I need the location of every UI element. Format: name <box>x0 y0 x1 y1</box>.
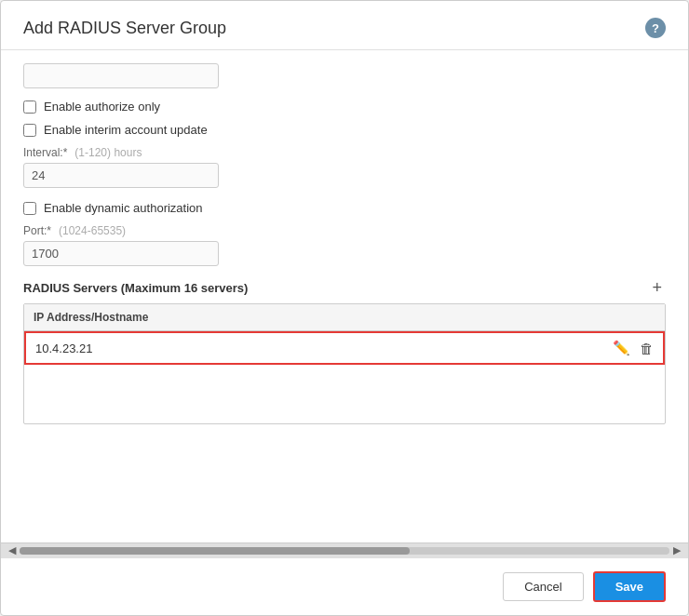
port-label-row: Port:* (1024-65535) <box>23 224 666 237</box>
add-radius-server-group-dialog: Add RADIUS Server Group ? Enable authori… <box>0 0 689 616</box>
port-input[interactable] <box>23 241 219 266</box>
cancel-button[interactable]: Cancel <box>503 572 583 601</box>
interim-update-checkbox[interactable] <box>23 124 36 137</box>
port-label: Port:* <box>23 224 51 237</box>
interval-field-group: Interval:* (1-120) hours <box>23 146 666 188</box>
help-icon[interactable]: ? <box>645 18 666 38</box>
top-input-group <box>23 63 666 88</box>
interval-label: Interval:* <box>23 146 67 159</box>
row-actions: ✏️ 🗑 <box>613 340 654 356</box>
dialog-body: Enable authorize only Enable interim acc… <box>1 50 688 542</box>
scroll-left-arrow[interactable]: ◀ <box>5 544 20 556</box>
interval-label-row: Interval:* (1-120) hours <box>23 146 666 159</box>
dynamic-auth-label: Enable dynamic authorization <box>44 201 203 215</box>
server-group-name-input[interactable] <box>23 63 219 88</box>
server-ip: 10.4.23.21 <box>35 341 613 355</box>
servers-section-header: RADIUS Servers (Maximum 16 servers) + <box>23 279 666 296</box>
authorize-only-checkbox[interactable] <box>23 100 36 114</box>
authorize-only-row: Enable authorize only <box>23 100 666 114</box>
add-server-button[interactable]: + <box>648 279 666 296</box>
edit-icon[interactable]: ✏️ <box>613 340 630 356</box>
dialog-header: Add RADIUS Server Group ? <box>1 1 688 50</box>
port-hint: (1024-65535) <box>59 224 126 237</box>
scroll-thumb <box>20 547 410 555</box>
servers-section-title: RADIUS Servers (Maximum 16 servers) <box>23 281 248 295</box>
horizontal-scrollbar[interactable]: ◀ ▶ <box>1 542 688 557</box>
delete-icon[interactable]: 🗑 <box>640 341 654 356</box>
dynamic-auth-row: Enable dynamic authorization <box>23 201 666 215</box>
interim-update-row: Enable interim account update <box>23 123 666 137</box>
interim-update-label: Enable interim account update <box>44 123 208 137</box>
dialog-title: Add RADIUS Server Group <box>23 19 226 38</box>
port-field-group: Port:* (1024-65535) <box>23 224 666 266</box>
table-row[interactable]: 10.4.23.21 ✏️ 🗑 <box>24 331 665 365</box>
save-button[interactable]: Save <box>593 571 666 602</box>
scroll-track <box>20 547 669 555</box>
interval-hint: (1-120) hours <box>74 146 142 159</box>
scroll-right-arrow[interactable]: ▶ <box>669 544 684 556</box>
servers-table: IP Address/Hostname 10.4.23.21 ✏️ 🗑 <box>23 303 666 424</box>
dynamic-auth-checkbox[interactable] <box>23 202 36 215</box>
dialog-footer: Cancel Save <box>1 557 688 615</box>
table-header: IP Address/Hostname <box>24 304 665 331</box>
interval-input[interactable] <box>23 163 219 188</box>
authorize-only-label: Enable authorize only <box>44 100 160 114</box>
ip-column-header: IP Address/Hostname <box>34 311 148 324</box>
